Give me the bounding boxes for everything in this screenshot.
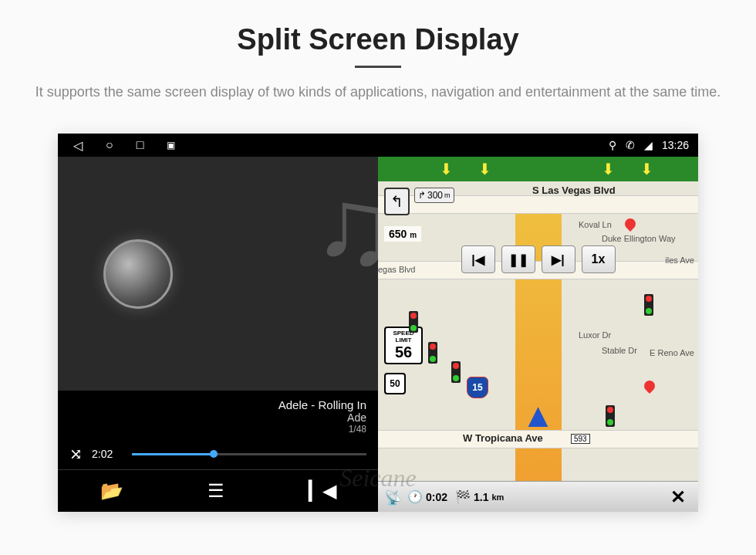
turn-guidance: ↰ ↱ 300 m xyxy=(384,188,454,215)
clock: 13:26 xyxy=(662,139,689,151)
sim-prev-button[interactable]: |◀ xyxy=(461,245,495,273)
page-subtitle: It supports the same screen display of t… xyxy=(31,82,725,103)
track-artist: Ade xyxy=(69,411,366,424)
sim-controls: |◀ ❚❚ ▶| 1x xyxy=(461,245,616,273)
map-pin-icon xyxy=(642,378,657,394)
next-turn: ↱ 300 m xyxy=(414,188,454,203)
device-screenshot: ◁ ○ □ ▣ ♫ Adele - Rolling In Ade 1/48 ⤨ … xyxy=(58,134,698,512)
nav-info-bar: 📡 🕐 0:02 🏁 1.1 km ✕ xyxy=(378,481,698,512)
sim-speed-button[interactable]: 1x xyxy=(582,245,616,273)
eta-distance: 🏁 1.1 km xyxy=(455,489,504,504)
route-593: 593 xyxy=(571,434,590,444)
traffic-light-icon xyxy=(644,294,653,316)
street-las-vegas: S Las Vegas Blvd xyxy=(532,184,616,196)
navigation-panel: ⚲ ✆ ◢ 13:26 ⬇ ⬇ ⬇ ⬇ S Las Vegas Blvd Kov… xyxy=(378,134,698,512)
recent-icon[interactable]: □ xyxy=(137,138,144,152)
title-divider xyxy=(355,66,401,68)
wifi-icon: ◢ xyxy=(644,139,653,151)
sim-pause-button[interactable]: ❚❚ xyxy=(501,245,535,273)
street-duke: Duke Ellington Way xyxy=(602,234,676,243)
watermark: Seicane xyxy=(339,464,417,492)
track-title: Adele - Rolling In xyxy=(69,398,366,411)
street-reno: E Reno Ave xyxy=(650,348,694,357)
progress-slider[interactable] xyxy=(132,453,366,455)
position-arrow-icon: ▲ xyxy=(521,396,555,435)
prev-track-icon[interactable]: ▎◀ xyxy=(309,480,336,502)
turn-left-icon: ↰ xyxy=(384,188,410,215)
volume-knob[interactable] xyxy=(103,239,173,309)
street-vegas: egas Blvd xyxy=(378,265,415,274)
street-stable: Stable Dr xyxy=(602,346,637,355)
track-count: 1/48 xyxy=(69,424,366,435)
phone-icon: ✆ xyxy=(626,139,635,151)
home-icon[interactable]: ○ xyxy=(106,138,113,152)
playlist-icon[interactable]: ☰ xyxy=(208,480,224,502)
album-art: ♫ xyxy=(58,157,378,391)
traffic-light-icon xyxy=(428,342,437,364)
close-button[interactable]: ✕ xyxy=(664,486,692,508)
map-view[interactable]: ⬇ ⬇ ⬇ ⬇ S Las Vegas Blvd Koval Ln Duke E… xyxy=(378,157,698,481)
shuffle-icon[interactable]: ⤨ xyxy=(69,445,83,463)
street-luxor: Luxor Dr xyxy=(579,330,611,340)
elapsed-time: 2:02 xyxy=(92,448,123,460)
traffic-light-icon xyxy=(409,311,418,333)
page-title: Split Screen Display xyxy=(31,23,725,56)
traffic-light-icon xyxy=(451,361,461,383)
turn-distance: 650 m xyxy=(384,226,421,242)
flag-icon: 🏁 xyxy=(455,489,471,504)
status-bar: ⚲ ✆ ◢ 13:26 xyxy=(378,134,698,157)
sim-next-button[interactable]: ▶| xyxy=(542,245,575,273)
android-navbar: ◁ ○ □ ▣ xyxy=(58,134,378,157)
street-iles: iles Ave xyxy=(665,256,694,265)
music-panel: ◁ ○ □ ▣ ♫ Adele - Rolling In Ade 1/48 ⤨ … xyxy=(58,134,378,512)
traffic-light-icon xyxy=(606,405,615,427)
lane-guidance-bar: ⬇ ⬇ ⬇ ⬇ xyxy=(378,157,698,181)
back-icon[interactable]: ◁ xyxy=(73,138,83,153)
street-koval: Koval Ln xyxy=(579,220,612,229)
location-icon: ⚲ xyxy=(609,139,616,151)
interstate-15-shield: 15 xyxy=(467,377,488,398)
map-pin-icon xyxy=(623,216,638,232)
folder-icon[interactable]: 📂 xyxy=(100,480,123,502)
route-50-shield: 50 xyxy=(384,373,406,394)
gallery-icon[interactable]: ▣ xyxy=(167,140,175,151)
